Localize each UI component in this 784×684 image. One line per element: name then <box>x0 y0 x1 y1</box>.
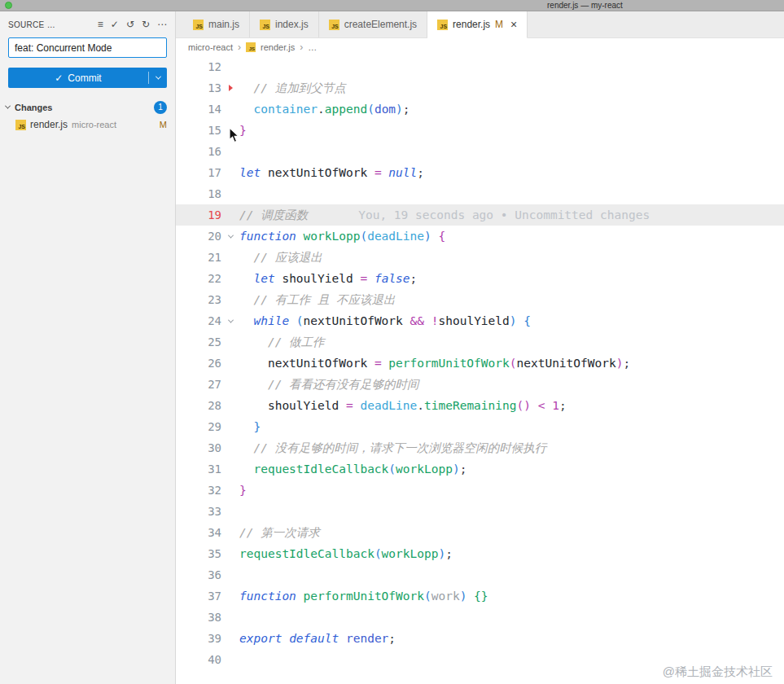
line-number[interactable]: 29 <box>176 420 221 433</box>
line-number[interactable]: 12 <box>176 60 221 73</box>
line-number[interactable]: 36 <box>176 568 221 581</box>
line-number[interactable]: 34 <box>176 526 221 539</box>
code-line[interactable]: 33 <box>176 501 784 522</box>
line-number[interactable]: 30 <box>176 441 221 454</box>
code-line[interactable]: 32} <box>176 480 784 501</box>
changes-section-header[interactable]: Changes 1 <box>0 99 175 116</box>
tab-render-js[interactable]: JS render.js M × <box>427 11 528 38</box>
code-lines: 1213 // 追加到父节点14 container.append(dom);1… <box>176 56 784 670</box>
code-text: function performUnitOfWork(work) {} <box>239 590 488 603</box>
code-line[interactable]: 20function workLopp(deadLine) { <box>176 226 784 247</box>
gutter-fold-column[interactable] <box>221 235 239 239</box>
close-icon[interactable]: × <box>510 19 517 30</box>
code-line[interactable]: 36 <box>176 564 784 585</box>
commit-button-label: Commit <box>68 72 101 84</box>
line-number[interactable]: 24 <box>176 314 221 327</box>
code-line[interactable]: 35requestIdleCallback(workLopp); <box>176 543 784 564</box>
line-number[interactable]: 35 <box>176 547 221 560</box>
commit-button[interactable]: ✓ Commit <box>8 68 167 88</box>
code-line[interactable]: 22 let shoulYield = false; <box>176 268 784 289</box>
line-number[interactable]: 14 <box>176 103 221 116</box>
code-text: // 做工作 <box>239 335 325 350</box>
line-number[interactable]: 21 <box>176 251 221 264</box>
code-line[interactable]: 37function performUnitOfWork(work) {} <box>176 585 784 607</box>
code-line[interactable]: 25 // 做工作 <box>176 331 784 353</box>
modified-line-marker-icon <box>229 85 233 91</box>
line-number[interactable]: 38 <box>176 611 221 624</box>
fold-chevron-icon[interactable] <box>227 317 233 322</box>
tab-index-js[interactable]: JS index.js <box>250 11 319 37</box>
code-editor[interactable]: 1213 // 追加到父节点14 container.append(dom);1… <box>176 56 784 684</box>
line-number[interactable]: 20 <box>176 230 221 243</box>
code-text: container.append(dom); <box>239 103 410 116</box>
code-line[interactable]: 13 // 追加到父节点 <box>176 77 784 99</box>
line-number[interactable]: 31 <box>176 463 221 476</box>
line-number[interactable]: 27 <box>176 378 221 391</box>
code-text: let nextUnitOfWork = null; <box>239 166 424 179</box>
source-control-toolbar: ≡ ✓ ↺ ↻ ⋯ <box>98 20 167 29</box>
code-line[interactable]: 26 nextUnitOfWork = performUnitOfWork(ne… <box>176 353 784 374</box>
line-number[interactable]: 16 <box>176 145 221 158</box>
line-number[interactable]: 13 <box>176 81 221 94</box>
line-number[interactable]: 17 <box>176 166 221 179</box>
tab-bar: JS main.js JS index.js JS createElement.… <box>176 11 784 38</box>
line-number[interactable]: 37 <box>176 590 221 603</box>
gutter-fold-column[interactable] <box>221 319 239 323</box>
breadcrumb-file[interactable]: render.js <box>261 42 295 52</box>
tab-main-js[interactable]: JS main.js <box>183 11 250 37</box>
undo-icon[interactable]: ↺ <box>126 20 134 29</box>
line-number[interactable]: 23 <box>176 293 221 306</box>
code-line[interactable]: 15} <box>176 120 784 141</box>
line-number[interactable]: 26 <box>176 357 221 370</box>
breadcrumb-symbol[interactable]: … <box>308 42 317 52</box>
code-text: while (nextUnitOfWork && !shoulYield) { <box>239 314 531 327</box>
code-text: // 有工作 且 不应该退出 <box>239 292 396 308</box>
tab-createelement-js[interactable]: JS createElement.js <box>319 11 427 37</box>
window-title: render.js — my-react <box>547 1 623 10</box>
line-number[interactable]: 18 <box>176 187 221 200</box>
editor-column: JS main.js JS index.js JS createElement.… <box>176 11 784 684</box>
list-icon[interactable]: ≡ <box>98 20 103 29</box>
commit-dropdown-button[interactable] <box>149 76 167 80</box>
code-line[interactable]: 27 // 看看还有没有足够的时间 <box>176 374 784 395</box>
code-line[interactable]: 30 // 没有足够的时间，请求下一次浏览器空闲的时候执行 <box>176 437 784 458</box>
code-line[interactable]: 39export default render; <box>176 628 784 649</box>
file-folder: micro-react <box>72 120 116 129</box>
line-number[interactable]: 22 <box>176 272 221 285</box>
chevron-down-icon <box>155 74 160 80</box>
code-line[interactable]: 17let nextUnitOfWork = null; <box>176 162 784 183</box>
refresh-icon[interactable]: ↻ <box>142 20 150 29</box>
code-line[interactable]: 24 while (nextUnitOfWork && !shoulYield)… <box>176 310 784 331</box>
line-number[interactable]: 28 <box>176 399 221 412</box>
code-line[interactable]: 16 <box>176 141 784 162</box>
more-actions-icon[interactable]: ⋯ <box>157 20 167 29</box>
check-icon[interactable]: ✓ <box>111 20 119 29</box>
fold-chevron-icon[interactable] <box>227 232 233 238</box>
code-line[interactable]: 38 <box>176 607 784 628</box>
tab-label: render.js <box>453 19 490 30</box>
code-line[interactable]: 12 <box>176 56 784 77</box>
breadcrumb-folder[interactable]: micro-react <box>188 42 233 52</box>
line-number[interactable]: 19 <box>176 208 221 221</box>
line-number[interactable]: 40 <box>176 653 221 666</box>
code-line[interactable]: 14 container.append(dom); <box>176 99 784 120</box>
code-line[interactable]: 18 <box>176 183 784 204</box>
commit-message-input[interactable] <box>8 37 167 58</box>
changed-file-item[interactable]: JS render.js micro-react M <box>0 116 175 134</box>
window-control-green[interactable] <box>5 2 12 9</box>
line-number[interactable]: 33 <box>176 505 221 518</box>
line-number[interactable]: 39 <box>176 632 221 645</box>
code-line[interactable]: 34// 第一次请求 <box>176 522 784 543</box>
code-line[interactable]: 29 } <box>176 416 784 437</box>
line-number[interactable]: 25 <box>176 335 221 349</box>
code-line[interactable]: 21 // 应该退出 <box>176 247 784 268</box>
code-line[interactable]: 31 requestIdleCallback(workLopp); <box>176 458 784 480</box>
code-line[interactable]: 28 shoulYield = deadLine.timeRemaining()… <box>176 395 784 416</box>
code-line[interactable]: 23 // 有工作 且 不应该退出 <box>176 289 784 310</box>
code-line[interactable]: 19// 调度函数You, 19 seconds ago • Uncommitt… <box>176 204 784 226</box>
line-number[interactable]: 32 <box>176 484 221 497</box>
check-icon: ✓ <box>55 72 63 84</box>
js-file-icon: JS <box>329 20 339 30</box>
line-number[interactable]: 15 <box>176 124 221 137</box>
commit-button-main[interactable]: ✓ Commit <box>8 72 148 84</box>
